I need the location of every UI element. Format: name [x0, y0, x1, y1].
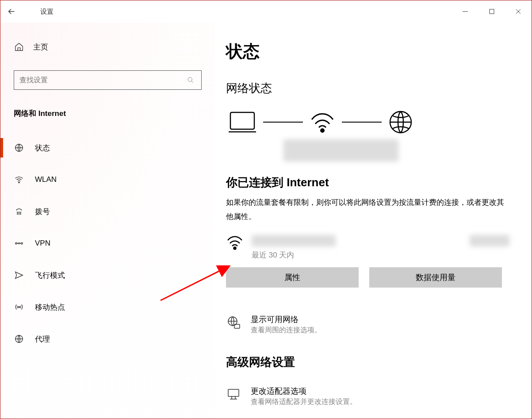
sidebar-item-label: VPN: [35, 239, 50, 248]
back-button[interactable]: [0, 0, 23, 23]
option-title: 显示可用网络: [251, 314, 321, 325]
sidebar-item-label: 代理: [35, 334, 50, 344]
sidebar-category: 网络和 Internet: [14, 108, 202, 119]
svg-point-20: [321, 129, 324, 132]
maximize-button[interactable]: [478, 3, 505, 20]
svg-rect-1: [490, 9, 494, 14]
svg-point-9: [19, 212, 19, 212]
svg-point-16: [19, 307, 20, 308]
airplane-icon: [14, 270, 24, 281]
search-icon: [185, 77, 196, 84]
svg-point-13: [20, 214, 21, 214]
arrow-left-icon: [7, 7, 16, 16]
network-status-title: 网络状态: [226, 81, 509, 96]
minimize-button[interactable]: [452, 3, 478, 20]
ssid-redacted: [252, 235, 336, 246]
sidebar-item-wlan[interactable]: WLAN: [0, 164, 215, 196]
current-network-row: 最近 30 天内: [226, 235, 509, 260]
home-icon: [14, 42, 24, 52]
show-available-networks[interactable]: 显示可用网络 查看周围的连接选项。: [226, 314, 509, 335]
sidebar-item-label: 状态: [35, 143, 50, 153]
app-title: 设置: [40, 8, 54, 16]
close-button[interactable]: [505, 3, 532, 20]
svg-point-14: [15, 242, 17, 244]
sidebar-item-proxy[interactable]: 代理: [0, 323, 215, 355]
svg-point-12: [19, 214, 19, 214]
svg-point-4: [188, 77, 192, 81]
sidebar-item-label: 移动热点: [35, 302, 65, 312]
status-icon: [14, 142, 24, 153]
sidebar-item-label: WLAN: [35, 175, 57, 184]
svg-line-5: [191, 81, 193, 83]
globe-icon: [388, 109, 413, 135]
sidebar-item-label: 飞行模式: [35, 270, 65, 281]
globe-grid-icon: [226, 315, 241, 330]
svg-point-10: [20, 212, 21, 212]
wifi-icon: [226, 235, 244, 251]
sidebar-home[interactable]: 主页: [14, 36, 202, 58]
computer-icon: [228, 111, 257, 134]
sidebar-nav: 状态 WLAN 拨号: [0, 132, 215, 355]
sidebar-item-status[interactable]: 状态: [0, 132, 215, 164]
data-usage-redacted: [470, 235, 509, 246]
sidebar: 主页 网络和 Internet 状态: [0, 23, 215, 419]
network-diagram: [228, 109, 509, 135]
title-bar: 设置: [0, 0, 532, 23]
sidebar-item-dialup[interactable]: 拨号: [0, 196, 215, 227]
svg-point-15: [21, 242, 23, 244]
network-name-redacted: [283, 139, 398, 161]
main-content: 状态 网络状态 你已连接到 Internet 如果你的流量套餐有限制，则你可以将…: [215, 23, 532, 419]
search-box[interactable]: [14, 70, 202, 90]
svg-rect-25: [228, 389, 239, 396]
properties-button[interactable]: 属性: [226, 267, 359, 288]
search-input[interactable]: [19, 76, 185, 84]
sidebar-home-label: 主页: [33, 42, 48, 52]
data-usage-button[interactable]: 数据使用量: [369, 267, 502, 288]
svg-point-8: [17, 212, 18, 212]
svg-rect-18: [230, 112, 254, 129]
minimize-icon: [462, 8, 468, 15]
connected-description: 如果你的流量套餐有限制，则你可以将此网络设置为按流量计费的连接，或者更改其他属性…: [226, 196, 509, 224]
svg-point-11: [17, 214, 18, 214]
vpn-icon: [14, 238, 24, 249]
advanced-settings-title: 高级网络设置: [226, 354, 509, 370]
sidebar-item-hotspot[interactable]: 移动热点: [0, 291, 215, 323]
sidebar-item-label: 拨号: [35, 207, 50, 217]
adapter-icon: [226, 387, 241, 402]
maximize-icon: [489, 8, 495, 15]
hotspot-icon: [14, 302, 24, 312]
sidebar-item-vpn[interactable]: VPN: [0, 227, 215, 259]
proxy-icon: [14, 334, 24, 344]
close-icon: [515, 8, 521, 15]
wifi-icon: [14, 174, 24, 185]
dialup-icon: [14, 206, 24, 217]
page-title: 状态: [226, 40, 509, 63]
svg-point-22: [234, 247, 236, 249]
recent-usage-label: 最近 30 天内: [252, 250, 336, 260]
option-desc: 查看网络适配器并更改连接设置。: [251, 397, 357, 407]
svg-point-7: [19, 182, 19, 183]
option-desc: 查看周围的连接选项。: [251, 326, 321, 335]
connected-title: 你已连接到 Internet: [226, 175, 509, 190]
sidebar-item-airplane[interactable]: 飞行模式: [0, 259, 215, 291]
wifi-signal-icon: [309, 111, 336, 134]
change-adapter-options[interactable]: 更改适配器选项 查看网络适配器并更改连接设置。: [226, 386, 509, 407]
option-title: 更改适配器选项: [251, 386, 357, 396]
